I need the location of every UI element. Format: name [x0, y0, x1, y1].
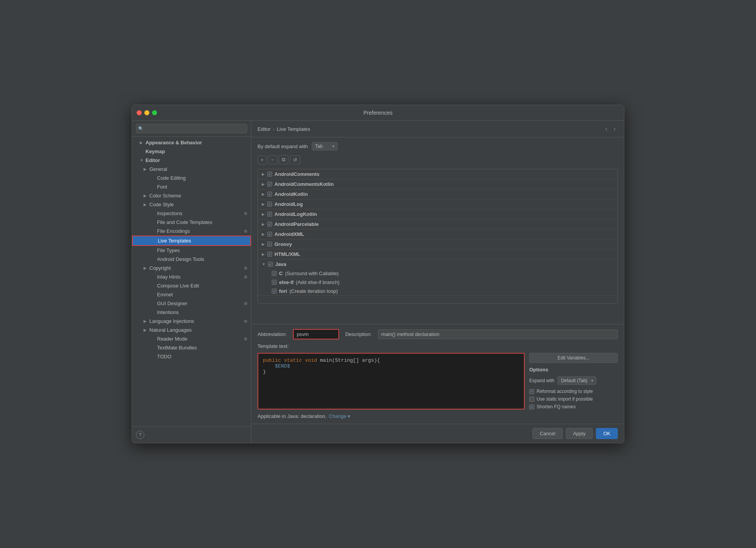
sidebar-item-natural-languages[interactable]: ▶ Natural Languages	[132, 326, 251, 334]
template-item-c[interactable]: C (Surround with Callable)	[258, 269, 617, 278]
group-name: AndroidComments	[274, 171, 319, 177]
group-header[interactable]: ▼ Java	[258, 259, 617, 269]
badge-icon: ⊞	[244, 337, 247, 341]
expand-label: By default expand with	[258, 144, 308, 149]
static-import-checkbox[interactable]	[529, 397, 534, 402]
sidebar-item-keymap[interactable]: Keymap	[132, 147, 251, 156]
shorten-fq-checkbox[interactable]	[529, 404, 534, 409]
group-header[interactable]: ▶ AndroidComments	[258, 169, 617, 179]
abbreviation-input[interactable]	[293, 329, 339, 339]
applicable-row: Applicable in Java: declaration. Change …	[258, 413, 618, 419]
template-item-fori[interactable]: fori (Create iteration loop)	[258, 287, 617, 296]
change-link[interactable]: Change ▾	[329, 413, 350, 419]
help-button[interactable]: ?	[136, 431, 144, 439]
sidebar-item-compose-live-edit[interactable]: Compose Live Edit	[132, 281, 251, 290]
sidebar-item-color-scheme[interactable]: ▶ Color Scheme	[132, 191, 251, 200]
group-arrow: ▶	[262, 242, 265, 246]
sidebar-item-inspections[interactable]: Inspections ⊞	[132, 209, 251, 218]
group-android-log-kotlin: ▶ AndroidLogKotlin	[258, 209, 617, 219]
group-header[interactable]: ▶ AndroidCommentsKotlin	[258, 179, 617, 189]
expand-dropdown-wrap: Tab Enter Space	[312, 142, 338, 150]
nav-back-button[interactable]: ‹	[603, 125, 609, 133]
item-desc: (Surround with Callable)	[285, 271, 338, 276]
item-checkbox[interactable]	[272, 271, 277, 276]
expand-with-dropdown[interactable]: Default (Tab) Tab Enter Space	[557, 376, 596, 385]
badge-icon: ⊞	[244, 266, 247, 270]
item-desc: (Create iteration loop)	[289, 288, 338, 294]
item-checkbox[interactable]	[272, 289, 277, 294]
description-input[interactable]	[378, 329, 618, 339]
maximize-button[interactable]	[152, 110, 157, 115]
group-header[interactable]: ▶ AndroidLogKotlin	[258, 209, 617, 219]
group-checkbox[interactable]	[267, 202, 272, 207]
reformat-checkbox[interactable]	[529, 389, 534, 394]
sidebar-item-file-code-templates[interactable]: File and Code Templates	[132, 218, 251, 227]
sidebar-item-label: Font	[157, 184, 167, 190]
group-android-comments-kotlin: ▶ AndroidCommentsKotlin	[258, 179, 617, 189]
panel-body: By default expand with Tab Enter Space +…	[251, 137, 624, 324]
minimize-button[interactable]	[144, 110, 149, 115]
add-template-button[interactable]: +	[258, 155, 267, 164]
sidebar-item-label: Editor	[146, 157, 160, 163]
template-group-list: ▶ AndroidComments ▶ AndroidCommentsKotli…	[258, 169, 618, 304]
sidebar-item-code-editing[interactable]: Code Editing	[132, 174, 251, 182]
edit-variables-button[interactable]: Edit Variables...	[529, 353, 618, 363]
remove-template-button[interactable]: −	[268, 155, 278, 164]
sidebar-item-todo[interactable]: TODO	[132, 352, 251, 361]
group-checkbox[interactable]	[267, 252, 272, 257]
group-checkbox[interactable]	[267, 182, 272, 187]
copy-template-button[interactable]: ⧉	[279, 155, 288, 164]
group-checkbox[interactable]	[267, 242, 272, 247]
badge-icon: ⊞	[244, 301, 247, 306]
sidebar-item-label: GUI Designer	[157, 301, 187, 306]
group-header[interactable]: ▶ Groovy	[258, 239, 617, 249]
sidebar-item-file-types[interactable]: File Types	[132, 246, 251, 255]
sidebar-item-gui-designer[interactable]: GUI Designer ⊞	[132, 299, 251, 308]
group-checkbox[interactable]	[267, 222, 272, 227]
group-header[interactable]: ▶ AndroidLog	[258, 199, 617, 209]
sidebar-item-copyright[interactable]: ▶ Copyright ⊞	[132, 264, 251, 272]
sidebar-item-android-design-tools[interactable]: Android Design Tools	[132, 255, 251, 264]
group-header[interactable]: ▶ AndroidKotlin	[258, 189, 617, 199]
badge-icon: ⊞	[244, 229, 247, 233]
group-checkbox[interactable]	[267, 232, 272, 237]
sidebar-item-emmet[interactable]: Emmet	[132, 290, 251, 299]
group-header[interactable]: ▶ AndroidXML	[258, 229, 617, 239]
apply-button[interactable]: Apply	[566, 428, 593, 439]
item-checkbox[interactable]	[272, 280, 277, 285]
item-abbr: C	[279, 271, 283, 276]
sidebar-item-textmate-bundles[interactable]: TextMate Bundles	[132, 343, 251, 352]
group-header[interactable]: ▶ HTML/XML	[258, 249, 617, 259]
sidebar-item-inlay-hints[interactable]: Inlay Hints ⊞	[132, 272, 251, 281]
sidebar-item-general[interactable]: ▶ General	[132, 165, 251, 174]
group-header[interactable]: ▶ AndroidParcelable	[258, 219, 617, 229]
template-item-else-if[interactable]: else-if (Add else-if branch)	[258, 278, 617, 287]
reset-template-button[interactable]: ↺	[290, 155, 300, 164]
item-abbr: fori	[279, 288, 287, 294]
sidebar-item-language-injections[interactable]: ▶ Language Injections ⊞	[132, 317, 251, 326]
sidebar-item-reader-mode[interactable]: Reader Mode ⊞	[132, 334, 251, 343]
close-button[interactable]	[137, 110, 142, 115]
expand-arrow: ▶	[144, 167, 147, 171]
group-name: AndroidKotlin	[274, 191, 308, 197]
code-line-2: $END$	[263, 363, 519, 369]
ok-button[interactable]: OK	[596, 428, 618, 439]
end-variable: $END$	[275, 363, 290, 369]
sidebar-item-intentions[interactable]: Intentions	[132, 308, 251, 317]
expand-dropdown[interactable]: Tab Enter Space	[312, 142, 338, 150]
sidebar-item-code-style[interactable]: ▶ Code Style	[132, 200, 251, 209]
sidebar-item-appearance[interactable]: ▶ Appearance & Behavior	[132, 138, 251, 147]
nav-forward-button[interactable]: ›	[611, 125, 618, 133]
search-input[interactable]	[136, 124, 247, 133]
group-checkbox[interactable]	[267, 212, 272, 217]
sidebar-item-editor[interactable]: ▼ Editor	[132, 156, 251, 165]
sidebar-item-live-templates[interactable]: Live Templates	[132, 236, 251, 246]
group-checkbox[interactable]	[267, 192, 272, 197]
cancel-button[interactable]: Cancel	[532, 428, 562, 439]
expand-arrow: ▶	[144, 202, 147, 207]
sidebar-item-file-encodings[interactable]: File Encodings ⊞	[132, 227, 251, 236]
sidebar-item-font[interactable]: Font	[132, 182, 251, 191]
template-code-editor[interactable]: public static void main(String[] args){ …	[258, 353, 525, 409]
group-checkbox[interactable]	[267, 172, 272, 177]
group-checkbox[interactable]	[268, 262, 273, 267]
